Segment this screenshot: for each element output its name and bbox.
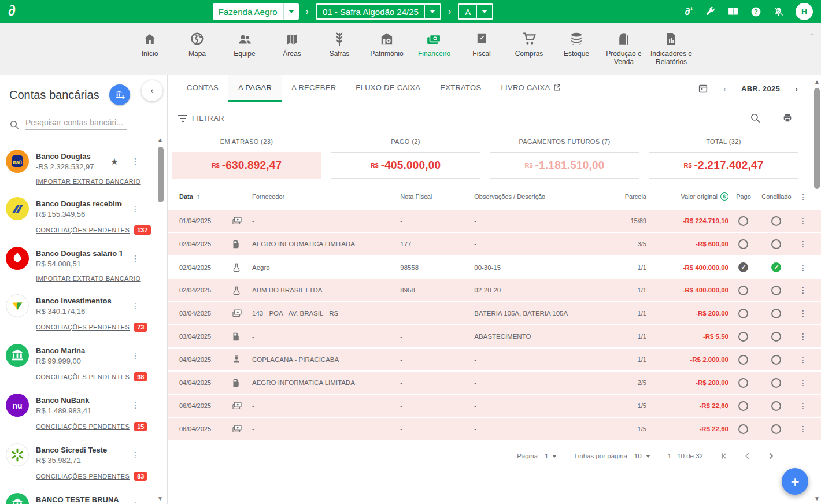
account-action-link[interactable]: IMPORTAR EXTRATO BANCÁRIO [36,275,141,282]
kebab-menu-icon[interactable]: ⋮ [129,254,142,263]
book-icon[interactable] [727,6,739,17]
scroll-up-icon[interactable]: ▲ [814,79,820,85]
nav-item[interactable]: Financeiro [411,30,457,58]
bell-off-icon[interactable] [773,6,784,17]
pago-checkbox[interactable] [738,262,748,272]
nav-item[interactable]: Produção e Venda [601,30,647,66]
row-kebab-menu-icon[interactable]: ⋮ [794,286,812,295]
farm-selector[interactable]: Fazenda Aegro [213,3,299,20]
pago-checkbox[interactable] [738,332,748,342]
column-options-icon[interactable]: ⋮ [794,192,812,201]
column-header-parcela[interactable]: Parcela [611,193,646,200]
wrench-icon[interactable] [705,6,716,17]
star-icon[interactable]: ★ [110,156,119,167]
account-action-link[interactable]: CONCILIAÇÕES PENDENTES [36,423,130,430]
table-row[interactable]: 02/04/2025 AEGRO INFORMATICA LIMITADA 17… [168,233,821,256]
bank-account-item[interactable]: Banco Douglas recebime... R$ 155.349,56 … [6,197,142,235]
collapse-sidebar-button[interactable]: ‹ [142,80,162,101]
kebab-menu-icon[interactable]: ⋮ [129,301,142,310]
pago-checkbox[interactable] [738,239,748,249]
bank-account-item[interactable]: BANCO TESTE BRUNA R$ 4.459,51 ⋮ [6,493,142,504]
bank-account-item[interactable]: nu Banco NuBank R$ 1.489.983,41 ⋮ CONCIL… [6,394,142,431]
previous-month-icon[interactable]: ‹ [723,84,726,94]
table-row[interactable]: 04/04/2025 AEGRO INFORMATICA LIMITADA - … [168,372,821,395]
conciliado-checkbox[interactable] [771,424,781,434]
nav-item[interactable]: Início [127,30,173,58]
first-page-button[interactable] [720,452,728,460]
main-scrollbar[interactable]: ▲ ▼ [813,75,821,504]
collapse-nav-icon[interactable]: › [808,33,816,35]
scroll-down-icon[interactable]: ▼ [814,495,820,502]
conciliado-checkbox[interactable] [771,332,781,342]
nav-item[interactable]: Safras [316,30,363,58]
conciliado-checkbox[interactable] [771,401,781,411]
pago-checkbox[interactable] [738,216,748,226]
finance-tab[interactable]: EXTRATOS [430,75,491,102]
nav-item[interactable]: Equipe [221,30,268,58]
row-kebab-menu-icon[interactable]: ⋮ [794,401,812,410]
pago-checkbox[interactable] [738,401,748,411]
column-header-obs[interactable]: Observações / Descrição [474,193,611,200]
search-accounts-input[interactable] [25,117,127,130]
nav-item[interactable]: Patrimônio [364,30,410,58]
pago-checkbox[interactable] [738,378,748,388]
table-row[interactable]: 04/04/2025 COPLACANA - PIRACICABA - - 1/… [168,349,821,372]
page-select[interactable]: 1 [545,453,557,459]
column-header-valor[interactable]: Valor original$ [646,192,728,201]
finance-tab[interactable]: A PAGAR [228,75,282,102]
chevron-down-icon[interactable] [477,10,492,13]
search-icon[interactable] [750,113,761,124]
finance-tab[interactable]: CONTAS [177,75,228,102]
nav-item[interactable]: Estoque [553,30,600,58]
row-kebab-menu-icon[interactable]: ⋮ [794,239,812,249]
scrollbar-thumb[interactable] [158,147,164,202]
aegro-plus-icon[interactable]: ∂+ [685,6,693,18]
column-header-fornecedor[interactable]: Fornecedor [252,193,400,200]
row-kebab-menu-icon[interactable]: ⋮ [794,355,812,364]
row-kebab-menu-icon[interactable]: ⋮ [794,332,812,341]
nav-item[interactable]: Fiscal [458,30,505,58]
column-header-date[interactable]: Data↑ [179,192,232,201]
row-kebab-menu-icon[interactable]: ⋮ [794,378,812,387]
help-icon[interactable]: ? [750,6,761,17]
print-icon[interactable] [782,113,793,124]
row-kebab-menu-icon[interactable]: ⋮ [794,216,812,225]
finance-tab[interactable]: A RECEBER [282,75,346,102]
conciliado-checkbox[interactable] [771,286,781,295]
scrollbar-thumb[interactable] [814,88,820,189]
bank-account-item[interactable]: Banco Marina R$ 99.999,00 ⋮ CONCILIAÇÕES… [6,344,142,381]
chevron-down-icon[interactable] [284,10,299,13]
table-row[interactable]: 06/04/2025 - - - 1/5 -R$ 22,60 ⋮ [168,395,821,418]
nav-item[interactable]: Indicadores e Relatórios [648,30,694,66]
column-header-nota[interactable]: Nota Fiscal [400,193,474,200]
user-avatar[interactable]: H [796,3,813,20]
scroll-down-icon[interactable]: ▼ [157,495,163,502]
chevron-down-icon[interactable] [425,10,440,13]
column-header-pago[interactable]: Pago [728,193,759,200]
table-row[interactable]: 03/04/2025 143 - POA - AV. BRASIL - RS -… [168,302,821,325]
bank-account-item[interactable]: Banco Sicredi Teste R$ 35.982,71 ⋮ CONCI… [6,443,142,481]
finance-tab[interactable]: FLUXO DE CAIXA [346,75,430,102]
rows-per-page-select[interactable]: 10 [634,453,650,459]
table-row[interactable]: 02/04/2025 ADM DO BRASIL LTDA 8958 02-20… [168,279,821,302]
nav-item[interactable]: Áreas [269,30,315,58]
harvest-selector[interactable]: 01 - Safra Algodão 24/25 [316,3,441,20]
pago-checkbox[interactable] [738,309,748,318]
add-payable-button[interactable]: + [782,468,808,495]
account-action-link[interactable]: CONCILIAÇÕES PENDENTES [36,473,130,480]
nav-item[interactable]: Compras [506,30,552,58]
conciliado-checkbox[interactable] [771,239,781,249]
row-kebab-menu-icon[interactable]: ⋮ [794,309,812,318]
account-action-link[interactable]: IMPORTAR EXTRATO BANCÁRIO [36,178,141,185]
field-selector[interactable]: A [458,3,493,20]
account-action-link[interactable]: CONCILIAÇÕES PENDENTES [36,373,130,380]
conciliado-checkbox[interactable] [771,262,781,272]
account-action-link[interactable]: CONCILIAÇÕES PENDENTES [36,324,130,331]
table-row[interactable]: 02/04/2025 Aegro 98558 00-30-15 1/1 -R$ … [168,256,821,279]
bank-account-item[interactable]: Banco Investimentos R$ 340.174,16 ⋮ CONC… [6,294,142,332]
previous-page-button[interactable] [744,452,752,460]
account-action-link[interactable]: CONCILIAÇÕES PENDENTES [36,227,130,234]
bank-account-item[interactable]: Itaú Banco Douglas -R$ 2.328.532,97 ★ ⋮ … [6,150,142,185]
bank-account-item[interactable]: Banco Douglas salário Ti... R$ 54.008,51… [6,247,142,282]
next-page-button[interactable] [767,452,775,460]
